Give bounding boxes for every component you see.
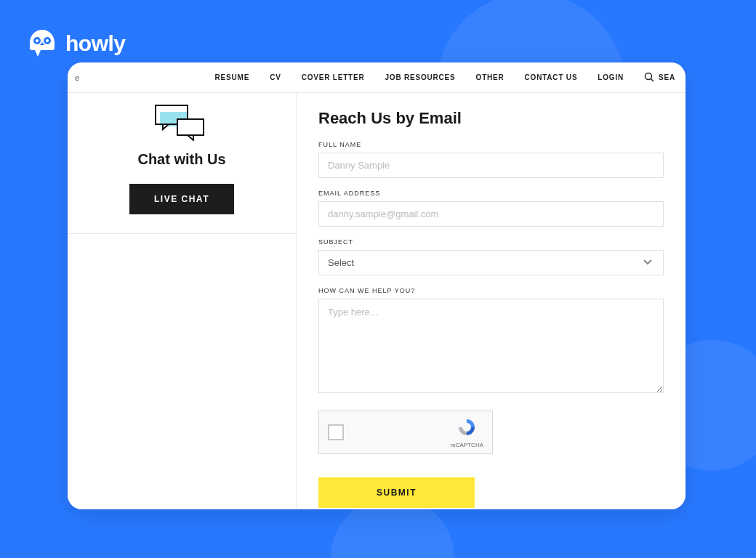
message-label: HOW CAN WE HELP YOU? [318,287,664,294]
content: Chat with Us LIVE CHAT Reach Us by Email… [68,93,685,509]
recaptcha-icon [457,417,477,440]
chat-bubbles-icon [153,103,211,141]
nav-search[interactable]: SEA [644,72,675,84]
svg-point-2 [36,39,39,42]
subject-label: SUBJECT [318,238,664,246]
app-window: e RESUME CV COVER LETTER JOB RESOURCES O… [68,62,685,509]
email-label: EMAIL ADDRESS [318,190,664,197]
recaptcha-checkbox[interactable] [328,424,344,440]
recaptcha-widget[interactable]: reCAPTCHA [318,411,493,454]
brand-logo: howly [26,28,126,60]
submit-button[interactable]: SUBMIT [318,477,475,508]
subject-value: Select [318,250,664,275]
nav-login[interactable]: LOGIN [598,73,624,81]
nav-cv[interactable]: CV [270,73,281,81]
message-field[interactable] [318,299,664,393]
full-name-label: FULL NAME [318,141,664,148]
subject-select[interactable]: Select [318,250,664,275]
search-label: SEA [659,73,675,81]
full-name-field[interactable] [318,153,664,178]
chat-title: Chat with Us [137,151,225,168]
live-chat-button[interactable]: LIVE CHAT [129,184,234,214]
chat-panel: Chat with Us LIVE CHAT [68,93,297,509]
brand-name: howly [65,31,126,56]
svg-rect-10 [177,119,204,135]
svg-marker-11 [188,135,193,140]
svg-line-6 [651,78,654,81]
svg-point-3 [46,39,49,42]
nav-contact-us[interactable]: CONTACT US [525,73,578,81]
email-field[interactable] [318,201,664,227]
nav-other[interactable]: OTHER [476,73,504,81]
nav-job-resources[interactable]: JOB RESOURCES [385,73,455,81]
nav-cover-letter[interactable]: COVER LETTER [302,73,365,81]
owl-icon [26,28,58,60]
recaptcha-label: reCAPTCHA [451,442,483,448]
svg-marker-9 [163,124,169,129]
navbar: e RESUME CV COVER LETTER JOB RESOURCES O… [68,62,685,93]
search-icon [644,72,654,84]
nav-resume[interactable]: RESUME [215,73,250,81]
contact-form: Reach Us by Email FULL NAME EMAIL ADDRES… [297,93,685,509]
svg-point-5 [646,73,652,79]
nav-left-fragment: e [75,73,195,82]
form-title: Reach Us by Email [318,109,664,128]
